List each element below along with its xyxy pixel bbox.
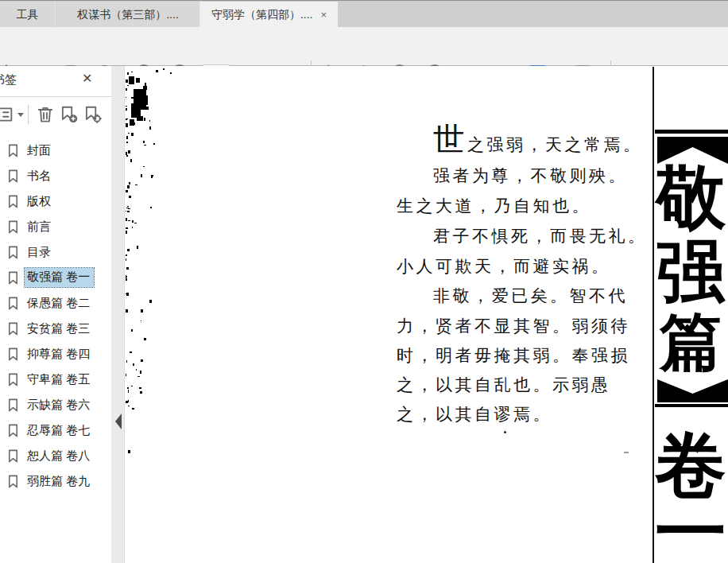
bookmark-ribbon-icon bbox=[6, 372, 20, 387]
pdf-reader-window: 工具 权谋书（第三部）.... 守弱学（第四部）.... × bbox=[0, 0, 728, 563]
panel-splitter[interactable] bbox=[111, 66, 125, 563]
text-line: 小人可欺天，而避实祸。 bbox=[397, 255, 611, 278]
bracket-bottom-bar bbox=[655, 404, 728, 407]
text-line: 生之大道，乃自知也。 bbox=[397, 195, 591, 217]
bookmark-ribbon-icon bbox=[6, 296, 20, 311]
text-line: 之，以其自乱也。示弱愚 bbox=[397, 374, 611, 396]
tab-tools-label: 工具 bbox=[17, 8, 39, 22]
bookmark-ribbon-icon bbox=[6, 398, 20, 413]
bookmark-add-icon bbox=[59, 104, 79, 125]
bookmark-item-chapter1-selected[interactable]: 敬强篇 卷一 bbox=[0, 265, 111, 290]
bookmark-item-chapter7[interactable]: 忍辱篇 卷七 bbox=[0, 417, 111, 443]
volume-char: 一 bbox=[653, 490, 728, 563]
bookmark-item-copyright[interactable]: 版权 bbox=[0, 188, 111, 214]
tab-document-1[interactable]: 权谋书（第三部）.... bbox=[56, 2, 200, 28]
trash-icon bbox=[35, 104, 56, 125]
bookmark-item-chapter9[interactable]: 弱胜篇 卷九 bbox=[0, 468, 111, 494]
main-toolbar: (28 / 292) 122% bbox=[0, 27, 728, 66]
bookmark-item-chapter2[interactable]: 保愚篇 卷二 bbox=[0, 290, 111, 316]
text-line: 时，明者毋掩其弱。奉强损 bbox=[397, 344, 630, 367]
tab-document-2-label: 守弱学（第四部）.... bbox=[211, 8, 313, 22]
text-line: 君子不惧死，而畏无礼。 bbox=[433, 225, 648, 247]
bookmarks-panel-title: 书签 bbox=[0, 72, 17, 87]
bookmark-ribbon-icon bbox=[6, 474, 20, 489]
bookmark-item-preface[interactable]: 前言 bbox=[0, 214, 111, 239]
bookmark-gear-icon bbox=[83, 104, 103, 125]
bookmark-list: 封面 书名 版权 前言 目录 敬强篇 卷一 bbox=[0, 138, 111, 494]
bookmark-ribbon-icon bbox=[6, 347, 20, 362]
tab-document-2-active[interactable]: 守弱学（第四部）.... × bbox=[200, 2, 338, 28]
panel-divider bbox=[0, 96, 111, 97]
text-line: 非敬，爱已矣。智不代 bbox=[433, 285, 628, 307]
bookmark-ribbon-icon bbox=[6, 448, 20, 464]
bookmark-ribbon-icon bbox=[6, 143, 20, 158]
tab-close-icon[interactable]: × bbox=[320, 10, 327, 20]
add-bookmark-button[interactable] bbox=[59, 104, 79, 125]
bookmark-settings-button[interactable] bbox=[83, 104, 103, 125]
bookmark-ribbon-icon bbox=[6, 219, 20, 235]
options-chevron-icon[interactable] bbox=[17, 113, 24, 117]
tab-bar: 工具 权谋书（第三部）.... 守弱学（第四部）.... × bbox=[0, 0, 728, 27]
text-line: 之，以其自谬焉。 bbox=[397, 403, 552, 425]
text-line: 力，贤者不显其智。弱须待 bbox=[397, 315, 630, 337]
bookmark-item-chapter5[interactable]: 守卑篇 卷五 bbox=[0, 367, 111, 392]
bookmark-ribbon-icon bbox=[6, 321, 20, 336]
bookmark-item-booktitle[interactable]: 书名 bbox=[0, 163, 111, 188]
banner-char: 敬 bbox=[653, 159, 728, 237]
text-line: 强者为尊，不敬则殃。 bbox=[433, 165, 628, 187]
delete-bookmark-button[interactable] bbox=[35, 104, 56, 125]
bookmark-ribbon-icon bbox=[6, 423, 20, 438]
bookmark-item-chapter3[interactable]: 安贫篇 卷三 bbox=[0, 316, 111, 341]
scan-mark bbox=[624, 452, 629, 453]
panel-collapse-arrow-icon[interactable] bbox=[115, 414, 122, 429]
bookmark-ribbon-icon bbox=[6, 270, 20, 285]
bookmarks-panel: 书签 ✕ bbox=[0, 66, 111, 563]
panel-close-button[interactable]: ✕ bbox=[82, 71, 92, 87]
panel-toolbar-divider bbox=[28, 105, 29, 124]
tab-tools[interactable]: 工具 bbox=[0, 2, 56, 28]
bookmark-ribbon-icon bbox=[6, 245, 20, 260]
bracket-top-bar bbox=[655, 130, 728, 134]
ink-dot bbox=[504, 431, 506, 433]
options-list-icon bbox=[0, 104, 18, 125]
bookmark-item-chapter6[interactable]: 示缺篇 卷六 bbox=[0, 392, 111, 417]
banner-char: 篇 bbox=[653, 309, 728, 377]
bracket-close-icon bbox=[657, 379, 728, 402]
bookmark-ribbon-icon bbox=[6, 169, 20, 184]
bookmark-item-cover[interactable]: 封面 bbox=[0, 138, 111, 163]
bookmark-ribbon-icon bbox=[6, 194, 20, 209]
bookmark-options-button[interactable] bbox=[0, 104, 18, 125]
tab-document-1-label: 权谋书（第三部）.... bbox=[77, 8, 179, 22]
banner-char: 强 bbox=[653, 234, 728, 310]
bookmark-item-chapter4[interactable]: 抑尊篇 卷四 bbox=[0, 341, 111, 367]
bookmark-item-chapter8[interactable]: 恕人篇 卷八 bbox=[0, 443, 111, 468]
document-viewport: 世之强弱，天之常焉。 强者为尊，不敬则殃。 生之大道，乃自知也。 君子不惧死，而… bbox=[125, 66, 728, 563]
scanned-page: 世之强弱，天之常焉。 强者为尊，不敬则殃。 生之大道，乃自知也。 君子不惧死，而… bbox=[125, 66, 728, 563]
text-line: 世之强弱，天之常焉。 bbox=[433, 118, 643, 161]
bookmark-item-contents[interactable]: 目录 bbox=[0, 239, 111, 265]
